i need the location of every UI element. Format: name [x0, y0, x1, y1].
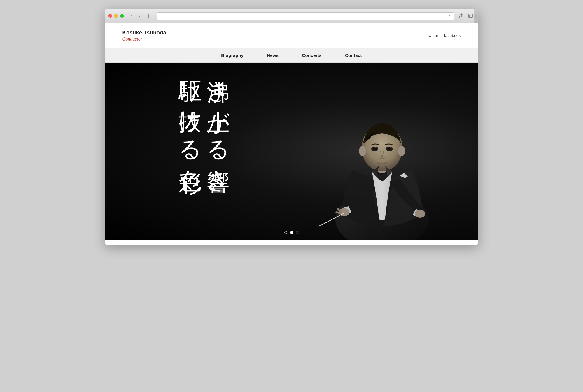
svg-rect-3	[150, 17, 152, 17]
new-tab-icon	[468, 14, 473, 18]
resize-icon	[475, 13, 477, 19]
reload-button[interactable]: ↻	[448, 14, 452, 18]
svg-rect-2	[150, 16, 152, 16]
hero-slider: 駆け抜ける色彩 沸き上がる響き。	[105, 63, 478, 240]
browser-dots	[108, 14, 124, 18]
site-navigation: Biography News Concerts Contact	[105, 48, 478, 63]
slide-dot-3[interactable]	[296, 231, 299, 234]
hero-text: 駆け抜ける色彩 沸き上がる響き。	[178, 63, 478, 208]
sidebar-icon	[148, 14, 152, 18]
logo-subtitle: Conductor	[122, 36, 167, 42]
maximize-dot[interactable]	[120, 14, 124, 18]
slide-dot-1[interactable]	[284, 231, 287, 234]
browser-window: ‹ › ↻	[105, 9, 478, 245]
sidebar-button[interactable]	[146, 12, 154, 20]
nav-contact[interactable]: Contact	[345, 53, 362, 58]
browser-actions	[457, 12, 475, 20]
share-icon	[459, 13, 464, 19]
site-header: Kosuke Tsunoda Conductor twitter faceboo…	[105, 23, 478, 48]
browser-nav: ‹ ›	[127, 12, 143, 20]
close-dot[interactable]	[108, 14, 112, 18]
forward-button[interactable]: ›	[136, 12, 143, 20]
facebook-link[interactable]: facebook	[444, 33, 461, 38]
nav-links: Biography News Concerts Contact	[221, 53, 362, 58]
twitter-link[interactable]: twitter	[427, 33, 438, 38]
svg-rect-5	[470, 15, 472, 17]
browser-titlebar: ‹ › ↻	[105, 9, 478, 23]
address-bar[interactable]: ↻	[157, 12, 454, 20]
svg-rect-0	[148, 14, 149, 18]
svg-point-23	[319, 225, 321, 226]
slide-dot-2[interactable]	[290, 231, 293, 234]
svg-rect-1	[150, 15, 152, 15]
website-content: Kosuke Tsunoda Conductor twitter faceboo…	[105, 23, 478, 245]
share-button[interactable]	[457, 12, 465, 20]
nav-biography[interactable]: Biography	[221, 53, 244, 58]
site-logo: Kosuke Tsunoda Conductor	[122, 30, 167, 42]
nav-concerts[interactable]: Concerts	[302, 53, 321, 58]
window-resize-handle[interactable]	[474, 9, 478, 23]
logo-name: Kosuke Tsunoda	[122, 30, 167, 36]
social-links: twitter facebook	[427, 33, 461, 38]
nav-news[interactable]: News	[267, 53, 279, 58]
minimize-dot[interactable]	[114, 14, 118, 18]
slider-dots	[284, 231, 299, 234]
hero-text-line1: 駆け抜ける色彩	[178, 63, 203, 208]
hero-text-line2: 沸き上がる響き。	[206, 63, 231, 208]
svg-point-24	[415, 210, 425, 218]
back-button[interactable]: ‹	[127, 12, 135, 20]
